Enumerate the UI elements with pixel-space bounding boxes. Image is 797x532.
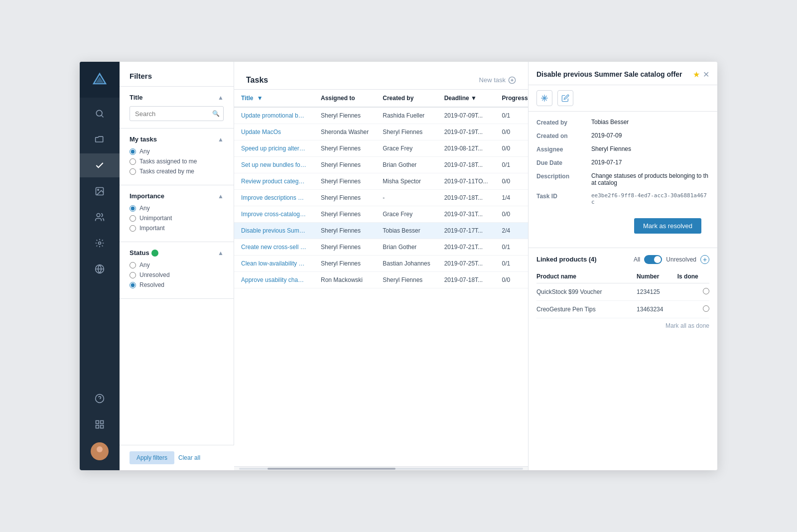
filter-my-tasks-header[interactable]: My tasks ▲ <box>130 135 224 143</box>
linked-toggle[interactable] <box>644 255 662 264</box>
linked-unresolved-label: Unresolved <box>666 256 696 263</box>
task-created: Tobias Besser <box>376 223 437 239</box>
table-row[interactable]: Clean low-availability produ... Sheryl F… <box>234 256 528 272</box>
importance-important[interactable]: Important <box>130 225 224 232</box>
filter-title-header[interactable]: Title ▲ <box>130 94 224 101</box>
scroll-bar-thumb <box>267 468 396 470</box>
status-any[interactable]: Any <box>130 262 224 268</box>
status-resolved[interactable]: Resolved <box>130 281 224 288</box>
sidebar-item-media[interactable] <box>80 179 120 203</box>
sidebar-item-folder[interactable] <box>80 128 120 151</box>
task-assigned: Sheryl Fiennes <box>314 140 376 157</box>
my-tasks-created[interactable]: Tasks created by me <box>130 168 224 175</box>
task-assigned: Sheryl Fiennes <box>314 190 376 206</box>
col-progress[interactable]: Progress <box>495 90 528 107</box>
task-deadline: 2019-07-18T... <box>437 157 495 173</box>
page-title: Tasks <box>246 76 268 85</box>
table-row[interactable]: Review product category fe... Sheryl Fie… <box>234 173 528 190</box>
new-task-button[interactable]: New task <box>479 76 516 84</box>
sidebar-item-users[interactable] <box>80 205 120 229</box>
importance-any[interactable]: Any <box>130 205 224 212</box>
toolbar-snowflake-button[interactable] <box>536 90 552 106</box>
table-row[interactable]: Update promotional bundle... Sheryl Fien… <box>234 107 528 124</box>
task-deadline: 2019-07-18T... <box>437 190 495 206</box>
my-tasks-assigned[interactable]: Tasks assigned to me <box>130 158 224 165</box>
field-assignee: Assignee Sheryl Fiennes <box>536 145 709 153</box>
table-row[interactable]: Improve descriptions on All... Sheryl Fi… <box>234 190 528 206</box>
field-created-on-value: 2019-07-09 <box>591 132 709 139</box>
task-progress: 0/0 <box>495 206 528 223</box>
tasks-table-wrapper[interactable]: Title ▼ Assigned to Created by Deadline … <box>234 90 528 466</box>
title-search-input[interactable] <box>130 106 224 121</box>
avatar[interactable] <box>91 442 109 460</box>
task-progress: 1/4 <box>495 190 528 206</box>
linked-product-row: QuickStock $99 Voucher 1234125 <box>536 283 709 300</box>
table-row[interactable]: Speed up pricing alterations Sheryl Fien… <box>234 140 528 157</box>
task-assigned: Sheronda Washer <box>314 124 376 140</box>
col-created[interactable]: Created by <box>376 90 437 107</box>
table-row[interactable]: Create new cross-sell for A... Sheryl Fi… <box>234 239 528 256</box>
filter-section-my-tasks: My tasks ▲ Any Tasks assigned to me Task… <box>120 129 234 185</box>
task-created: Sheryl Fiennes <box>376 124 437 140</box>
task-progress: 0/0 <box>495 272 528 288</box>
mark-all-done-button[interactable]: Mark all as done <box>536 318 709 333</box>
task-deadline: 2019-08-12T... <box>437 140 495 157</box>
apply-filters-button[interactable]: Apply filters <box>130 451 174 464</box>
col-title[interactable]: Title ▼ <box>234 90 314 107</box>
filter-importance-header[interactable]: Importance ▲ <box>130 192 224 200</box>
task-title: Update MacOs <box>234 124 314 140</box>
importance-unimportant[interactable]: Unimportant <box>130 215 224 222</box>
task-deadline: 2019-07-25T... <box>437 256 495 272</box>
sort-icon-deadline: ▼ <box>471 95 477 102</box>
task-assigned: Sheryl Fiennes <box>314 256 376 272</box>
sidebar-item-search[interactable] <box>80 102 120 126</box>
sidebar-logo[interactable] <box>80 62 120 98</box>
main-content: Tasks New task Title ▼ Assigned to Creat… <box>234 62 528 470</box>
task-deadline: 2019-07-11TO... <box>437 173 495 190</box>
table-row[interactable]: Update MacOs Sheronda Washer Sheryl Fien… <box>234 124 528 140</box>
table-row[interactable]: Approve usability changes i... Ron Macko… <box>234 272 528 288</box>
add-linked-button[interactable]: + <box>700 255 709 264</box>
field-due-date-value: 2019-07-17 <box>591 159 709 166</box>
linked-col-number: Number <box>637 270 677 283</box>
star-icon[interactable]: ★ <box>693 70 700 79</box>
sidebar <box>80 62 120 470</box>
sidebar-item-globe[interactable] <box>80 257 120 281</box>
close-icon[interactable]: ✕ <box>703 70 709 79</box>
filter-status-chevron: ▲ <box>218 250 224 257</box>
task-created: Grace Frey <box>376 140 437 157</box>
linked-product-number: 1234125 <box>637 283 677 300</box>
task-title: Set up new bundles for Au... <box>234 157 314 173</box>
col-deadline[interactable]: Deadline ▼ <box>437 90 495 107</box>
sidebar-item-settings[interactable] <box>80 231 120 255</box>
table-row[interactable]: Set up new bundles for Au... Sheryl Fien… <box>234 157 528 173</box>
svg-rect-12 <box>101 421 104 424</box>
linked-product-done[interactable] <box>677 300 709 318</box>
svg-rect-14 <box>101 425 104 428</box>
col-assigned[interactable]: Assigned to <box>314 90 376 107</box>
sidebar-item-help[interactable] <box>80 387 120 410</box>
status-unresolved[interactable]: Unresolved <box>130 271 224 278</box>
field-task-id-label: Task ID <box>536 192 591 200</box>
field-created-by: Created by Tobias Besser <box>536 119 709 126</box>
sidebar-item-tasks[interactable] <box>80 153 120 177</box>
filter-importance-chevron: ▲ <box>218 193 224 200</box>
sidebar-item-apps[interactable] <box>80 412 120 436</box>
clear-filters-button[interactable]: Clear all <box>178 451 200 464</box>
my-tasks-any[interactable]: Any <box>130 148 224 155</box>
filter-status-header[interactable]: Status ▲ <box>130 249 224 257</box>
toolbar-edit-button[interactable] <box>557 90 573 106</box>
folder-icon <box>95 134 105 144</box>
sidebar-nav <box>80 98 120 387</box>
linked-product-done[interactable] <box>677 283 709 300</box>
scroll-bar-track <box>239 468 523 470</box>
scroll-bar-area[interactable] <box>234 466 528 470</box>
field-due-date-label: Due Date <box>536 159 591 166</box>
mark-resolved-button[interactable]: Mark as resolved <box>634 218 701 234</box>
task-title: Create new cross-sell for A... <box>234 239 314 256</box>
task-progress: 0/1 <box>495 256 528 272</box>
table-row[interactable]: Disable previous Summer S... Sheryl Fien… <box>234 223 528 239</box>
tasks-table: Title ▼ Assigned to Created by Deadline … <box>234 90 528 288</box>
task-assigned: Sheryl Fiennes <box>314 157 376 173</box>
table-row[interactable]: Improve cross-catalog shari... Sheryl Fi… <box>234 206 528 223</box>
